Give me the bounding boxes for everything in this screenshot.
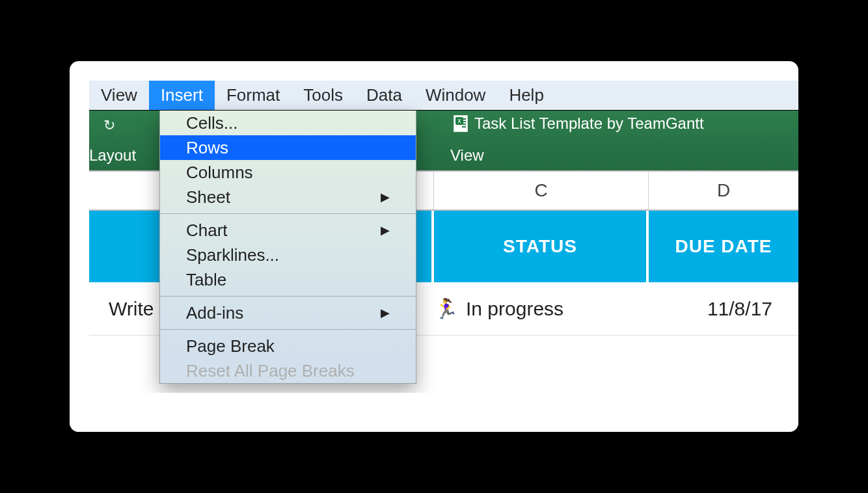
dd-addins[interactable]: Add-ins ▶ <box>160 300 416 325</box>
menu-window[interactable]: Window <box>414 81 497 110</box>
dd-rows-label: Rows <box>186 138 228 158</box>
dd-rows[interactable]: Rows <box>160 135 416 160</box>
menu-help[interactable]: Help <box>497 81 555 110</box>
dd-sparklines[interactable]: Sparklines... <box>160 243 416 267</box>
dd-sheet-label: Sheet <box>186 187 230 207</box>
chevron-right-icon: ▶ <box>381 306 390 320</box>
menu-format[interactable]: Format <box>215 81 292 110</box>
dd-columns-label: Columns <box>186 163 253 183</box>
dd-reset-page-breaks-label: Reset All Page Breaks <box>186 361 355 381</box>
menubar: View Insert Format Tools Data Window Hel… <box>89 81 798 111</box>
dd-columns[interactable]: Columns <box>160 160 416 185</box>
cell-status[interactable]: 🏃‍♀️ In progress <box>434 297 649 320</box>
column-header-c[interactable]: C <box>434 172 649 209</box>
dd-page-break-label: Page Break <box>186 336 275 356</box>
dd-addins-label: Add-ins <box>186 303 243 323</box>
dd-reset-page-breaks: Reset All Page Breaks <box>160 358 416 383</box>
dd-table[interactable]: Table <box>160 267 416 292</box>
status-text: In progress <box>466 298 563 320</box>
dd-table-label: Table <box>186 270 226 290</box>
dd-separator <box>160 213 416 214</box>
insert-dropdown: Cells... Rows Columns Sheet ▶ Chart ▶ Sp… <box>159 111 416 384</box>
ribbon-group-view[interactable]: View <box>450 146 484 165</box>
dd-sheet[interactable]: Sheet ▶ <box>160 185 416 209</box>
app-inner: View Insert Format Tools Data Window Hel… <box>89 81 798 393</box>
document-title: Task List Template by TeamGantt <box>454 114 704 133</box>
chevron-right-icon: ▶ <box>381 190 390 204</box>
ribbon-group-layout[interactable]: Layout <box>89 146 136 165</box>
app-window: View Insert Format Tools Data Window Hel… <box>70 61 798 432</box>
menu-view[interactable]: View <box>89 81 149 110</box>
document-title-text: Task List Template by TeamGantt <box>474 114 704 133</box>
dd-chart[interactable]: Chart ▶ <box>160 218 416 243</box>
dd-sparklines-label: Sparklines... <box>186 245 279 265</box>
dd-cells[interactable]: Cells... <box>160 111 416 135</box>
dd-separator <box>160 329 416 330</box>
menu-tools[interactable]: Tools <box>292 81 355 110</box>
dd-cells-label: Cells... <box>186 113 237 133</box>
dd-separator <box>160 296 416 297</box>
cell-due-date[interactable]: 11/8/17 <box>649 298 798 320</box>
runner-icon: 🏃‍♀️ <box>434 297 458 320</box>
refresh-icon[interactable]: ↻ <box>103 117 115 134</box>
menu-insert[interactable]: Insert <box>149 81 215 110</box>
column-header-d[interactable]: D <box>649 172 798 209</box>
dd-chart-label: Chart <box>186 220 228 241</box>
excel-file-icon <box>454 115 468 132</box>
chevron-right-icon: ▶ <box>381 223 390 237</box>
menu-data[interactable]: Data <box>355 81 414 110</box>
sheet-header-status[interactable]: STATUS <box>434 211 649 282</box>
sheet-header-due-date[interactable]: DUE DATE <box>649 211 798 282</box>
dd-page-break[interactable]: Page Break <box>160 334 416 358</box>
